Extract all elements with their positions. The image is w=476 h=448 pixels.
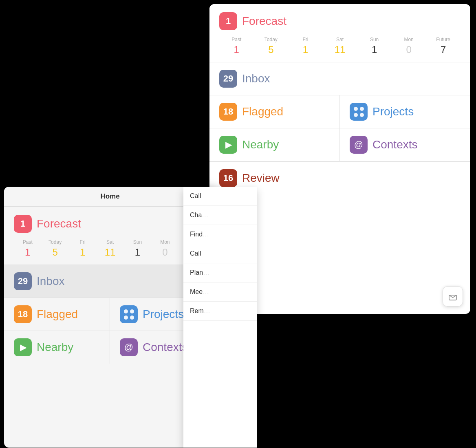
back-review-badge: 16 — [219, 169, 237, 187]
front-col-label-today: Today — [41, 239, 68, 245]
front-flagged-badge: 18 — [14, 305, 32, 323]
front-col-label-sun: Sun — [124, 239, 151, 245]
col-value-today: 5 — [254, 44, 289, 55]
back-flagged-cell[interactable]: 18 Flagged — [209, 95, 340, 128]
front-forecast-col-mon[interactable]: Mon 0 — [151, 239, 178, 258]
forecast-col-future[interactable]: Future 7 — [426, 37, 461, 55]
back-projects-icon — [350, 103, 368, 121]
front-forecast-col-today[interactable]: Today 5 — [41, 239, 68, 258]
front-dot-2 — [130, 309, 134, 313]
back-grid-row2: ▶ Nearby @ Contexts — [209, 128, 470, 161]
front-forecast-grid: Past 1 Today 5 Fri 1 Sat 11 Sun 1 Mon 0 — [14, 239, 206, 258]
back-flagged-title: Flagged — [242, 105, 283, 118]
front-nearby-cell[interactable]: ▶ Nearby — [4, 331, 110, 364]
sidebar-item-call2[interactable]: Call — [183, 244, 257, 263]
back-nearby-cell[interactable]: ▶ Nearby — [209, 128, 340, 161]
sidebar-item-rem[interactable]: Rem… — [183, 302, 257, 321]
dot-3 — [354, 113, 358, 117]
inbox-action-button[interactable] — [443, 286, 463, 307]
col-label-sun: Sun — [357, 37, 392, 42]
col-label-future: Future — [426, 37, 461, 42]
front-col-label-fri: Fri — [69, 239, 96, 245]
forecast-title-row: 1 Forecast — [219, 12, 461, 30]
front-dot-3 — [124, 316, 128, 320]
dot-2 — [360, 107, 364, 111]
front-nearby-badge: ▶ — [14, 338, 32, 356]
forecast-col-today[interactable]: Today 5 — [254, 37, 289, 55]
front-projects-dots — [121, 306, 137, 323]
forecast-title[interactable]: Forecast — [242, 15, 286, 28]
forecast-col-sat[interactable]: Sat 11 — [323, 37, 357, 55]
front-nearby-title: Nearby — [37, 341, 73, 354]
sidebar-overlay: Call Cha… Find… Call Plan… Mee… Rem… — [183, 187, 257, 448]
front-forecast-col-sun[interactable]: Sun 1 — [124, 239, 151, 258]
front-forecast-title[interactable]: Forecast — [37, 217, 81, 230]
col-label-fri: Fri — [288, 37, 323, 42]
forecast-section: 1 Forecast Past 1 Today 5 Fri 1 Sat 11 S… — [209, 4, 470, 62]
back-projects-title: Projects — [372, 105, 414, 118]
front-col-label-sat: Sat — [96, 239, 123, 245]
back-flagged-badge: 18 — [219, 103, 237, 121]
back-contexts-title: Contexts — [372, 138, 418, 151]
front-contexts-title: Contexts — [143, 341, 188, 354]
back-grid-row1: 18 Flagged Projects — [209, 95, 470, 128]
sidebar-item-plan[interactable]: Plan… — [183, 263, 257, 282]
back-review-title: Review — [242, 172, 280, 185]
front-inbox-badge: 29 — [14, 272, 32, 290]
front-projects-title: Projects — [143, 308, 184, 321]
front-col-label-mon: Mon — [151, 239, 178, 245]
dot-4 — [360, 113, 364, 117]
front-projects-icon — [120, 305, 138, 323]
sidebar-item-call1[interactable]: Call — [183, 187, 257, 206]
col-value-fri: 1 — [288, 44, 323, 55]
forecast-badge: 1 — [219, 12, 237, 30]
front-forecast-col-sat[interactable]: Sat 11 — [96, 239, 123, 258]
sidebar-item-cha[interactable]: Cha… — [183, 206, 257, 225]
col-value-past: 1 — [219, 44, 254, 55]
front-inbox-title: Inbox — [37, 275, 65, 288]
front-forecast-col-fri[interactable]: Fri 1 — [69, 239, 96, 258]
forecast-col-mon[interactable]: Mon 0 — [392, 37, 426, 55]
col-value-sun: 1 — [357, 44, 392, 55]
front-forecast-badge: 1 — [14, 215, 32, 233]
col-label-past: Past — [219, 37, 254, 42]
back-nearby-title: Nearby — [242, 138, 279, 151]
col-value-sat: 11 — [323, 44, 357, 55]
front-col-value-today: 5 — [41, 247, 68, 258]
front-col-value-past: 1 — [14, 247, 41, 258]
col-label-mon: Mon — [392, 37, 426, 42]
forecast-col-sun[interactable]: Sun 1 — [357, 37, 392, 55]
front-flagged-cell[interactable]: 18 Flagged — [4, 298, 110, 331]
back-inbox-title: Inbox — [242, 72, 270, 85]
col-label-today: Today — [254, 37, 289, 42]
col-label-sat: Sat — [323, 37, 357, 42]
forecast-grid: Past 1 Today 5 Fri 1 Sat 11 Sun 1 Mon 0 — [219, 37, 461, 55]
forecast-col-fri[interactable]: Fri 1 — [288, 37, 323, 55]
front-dot-4 — [130, 316, 134, 320]
front-forecast-col-past[interactable]: Past 1 — [14, 239, 41, 258]
front-flagged-title: Flagged — [37, 308, 78, 321]
front-col-label-past: Past — [14, 239, 41, 245]
sidebar-item-mee[interactable]: Mee… — [183, 282, 257, 302]
front-col-value-mon: 0 — [151, 247, 178, 258]
col-value-mon: 0 — [392, 44, 426, 55]
inbox-icon — [448, 291, 458, 301]
projects-dots — [350, 104, 367, 120]
col-value-future: 7 — [426, 44, 461, 55]
back-contexts-cell[interactable]: @ Contexts — [340, 128, 470, 161]
forecast-col-past[interactable]: Past 1 — [219, 37, 254, 55]
back-contexts-icon: @ — [350, 136, 368, 154]
sidebar-item-find[interactable]: Find… — [183, 225, 257, 244]
back-inbox-section[interactable]: 29 Inbox — [209, 62, 470, 95]
dot-1 — [354, 107, 358, 111]
front-col-value-fri: 1 — [69, 247, 96, 258]
back-inbox-badge: 29 — [219, 70, 237, 88]
front-forecast-title-row: 1 Forecast — [14, 215, 206, 233]
back-projects-cell[interactable]: Projects — [340, 95, 470, 128]
front-col-value-sun: 1 — [124, 247, 151, 258]
front-contexts-icon: @ — [120, 338, 138, 356]
back-nearby-badge: ▶ — [219, 136, 237, 154]
front-dot-1 — [124, 309, 128, 313]
front-col-value-sat: 11 — [96, 247, 123, 258]
